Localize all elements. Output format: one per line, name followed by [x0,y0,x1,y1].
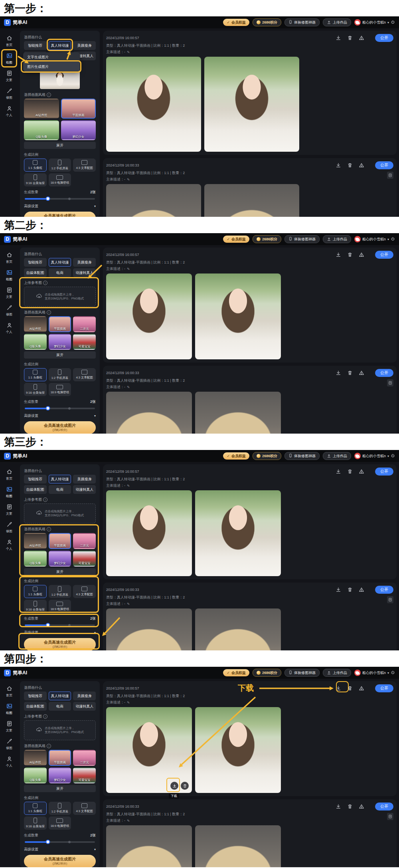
count-slider[interactable] [25,840,95,844]
ratio-16-9[interactable]: 16:9 电脑壁纸 [49,173,71,186]
mode-beauty-slim[interactable]: 美颜瘦身 [73,258,96,267]
generated-image-1[interactable] [106,184,201,217]
style-chibi-avatar[interactable]: Q版头像 [24,767,47,783]
sidebar-item-retouch[interactable]: 修图 [1,737,17,751]
sidebar-item-retouch[interactable]: 修图 [1,520,17,534]
delete-icon[interactable] [347,468,353,475]
upload-dropzone[interactable]: 点击或拖拽图片上传， 支持20M以内JPG、PNG格式 [24,503,96,523]
ratio-4-3[interactable]: 4:3 文章配图 [73,802,96,815]
info-icon[interactable]: i [47,93,51,97]
publish-button[interactable]: 公开 [375,34,393,42]
menu-text-to-image[interactable]: 文字生成图片 [23,52,80,62]
slider-knob[interactable] [46,623,50,627]
advanced-settings[interactable]: 高级设置 ▾ [24,630,96,635]
ratio-1-2[interactable]: 1:2 手机屏幕 [49,159,71,172]
upload-dropzone[interactable]: 点击或拖拽图片上传， 支持20M以内JPG、PNG格式 [24,720,96,740]
mode-anime-to-real[interactable]: 动漫转真人 [73,268,96,277]
slider-knob[interactable] [46,196,50,201]
expand-button[interactable]: 展开 [24,351,96,359]
mode-media-image[interactable]: 自媒体配图 [24,485,47,494]
points-badge[interactable]: 2686积分 [253,18,281,26]
report-icon[interactable] [358,162,365,168]
edit-pencil-icon[interactable]: ✎ [127,385,130,389]
member-benefits-button[interactable]: ✓ 会员权益 [223,669,249,676]
upload-works-button[interactable]: 上传作品 [323,669,351,677]
sidebar-item-draw[interactable]: 绘图 [1,52,17,65]
member-benefits-button[interactable]: ✓ 会员权益 [223,452,249,460]
generated-image-2[interactable] [195,490,281,576]
report-icon[interactable] [358,252,365,258]
generated-image-2[interactable] [204,184,299,217]
ratio-1-1[interactable]: 1:1 头像框 [24,368,47,381]
brand[interactable]: D 简单AI [4,19,27,26]
generate-button[interactable]: 会员高速生成图片 (消耗2积分) [24,638,96,650]
advanced-settings[interactable]: 高级设置 ▾ [24,847,96,852]
mode-beauty-slim[interactable]: 美颜瘦身 [73,692,96,700]
style-flat-illustration[interactable]: 平面插画 [49,533,71,549]
style-2d-anime[interactable]: 二次元 [73,533,96,549]
mode-smart-recommend[interactable]: 智能推荐 [24,41,47,50]
publish-button[interactable]: 公开 [375,586,393,594]
mode-ecommerce[interactable]: 电商 [49,702,71,711]
menu-image-to-image[interactable]: 图片生成图片 [23,62,80,71]
delete-icon[interactable] [347,35,353,41]
reference-note-icon[interactable] [387,379,393,386]
generated-image-1[interactable]: 下载 [106,273,192,359]
generated-image-2[interactable] [195,608,281,650]
brand[interactable]: D 简单AI [4,236,27,243]
ratio-16-9[interactable]: 16:9 电脑壁纸 [49,600,71,613]
sidebar-item-profile[interactable]: 个人 [1,321,17,335]
count-slider[interactable] [25,196,95,201]
delete-icon[interactable] [347,252,353,258]
generated-image-2[interactable] [204,57,299,152]
expand-button[interactable]: 展开 [24,142,96,149]
style-chibi-avatar[interactable]: Q版头像 [24,551,47,567]
generated-image-2[interactable] [195,273,281,359]
sidebar-item-retouch[interactable]: 修图 [1,303,17,317]
mode-anime-to-real[interactable]: 动漫转真人 [73,702,96,711]
slider-knob[interactable] [46,840,50,844]
mode-beauty-slim[interactable]: 美颜瘦身 [73,475,96,484]
points-badge[interactable]: 2686积分 [253,669,281,677]
download-icon[interactable] [335,468,342,475]
ratio-1-1[interactable]: 1:1 头像框 [24,802,47,815]
member-benefits-button[interactable]: ✓ 会员权益 [223,19,249,26]
ratio-9-16[interactable]: 9:16 全身海报 [24,383,47,396]
mode-ecommerce[interactable]: 电商 [49,268,71,277]
upload-works-button[interactable]: 上传作品 [323,452,351,460]
user-menu[interactable]: 粗心的小雪糕n ▾ [354,453,395,459]
generated-image-1[interactable]: 下载 [106,490,192,576]
download-icon[interactable] [335,162,342,168]
upload-works-button[interactable]: 上传作品 [323,18,351,26]
style-id-photo[interactable]: AI证件照 [24,750,47,766]
delete-icon[interactable] [347,803,353,810]
generated-image-1[interactable] [106,608,192,650]
style-2d-anime[interactable]: 二次元 [73,750,96,766]
info-icon[interactable]: i [47,310,51,315]
sidebar-item-home[interactable]: 首页 [1,34,17,48]
info-icon[interactable]: i [43,281,47,285]
reference-note-icon[interactable] [387,813,393,820]
user-menu[interactable]: 粗心的小雪糕n ▾ [354,19,395,26]
sidebar-item-retouch[interactable]: 修图 [1,87,17,101]
generated-image-1[interactable] [106,392,192,434]
sidebar-item-draw[interactable]: 绘图 [1,268,17,282]
sidebar-item-profile[interactable]: 个人 [1,755,17,769]
ratio-1-2[interactable]: 1:2 手机屏幕 [49,585,71,598]
mode-smart-recommend[interactable]: 智能推荐 [24,475,47,484]
sidebar-item-home[interactable]: 首页 [1,684,17,698]
expand-button[interactable]: 展开 [24,785,96,792]
ratio-9-16[interactable]: 9:16 全身海报 [24,173,47,186]
download-icon[interactable] [335,370,342,376]
slider-knob[interactable] [46,406,50,410]
report-icon[interactable] [358,35,365,41]
publish-button[interactable]: 公开 [375,468,393,476]
points-badge[interactable]: 2686积分 [253,235,281,243]
report-icon[interactable] [358,587,365,593]
sidebar-item-draw[interactable]: 绘图 [1,485,17,499]
style-flat-illustration[interactable]: 平面插画 [61,99,96,119]
edit-pencil-icon[interactable]: ✎ [127,484,130,488]
user-menu[interactable]: 粗心的小雪糕n ▾ [354,236,395,242]
style-dream-girl[interactable]: 梦幻少女 [49,767,71,783]
download-icon[interactable] [335,685,342,692]
